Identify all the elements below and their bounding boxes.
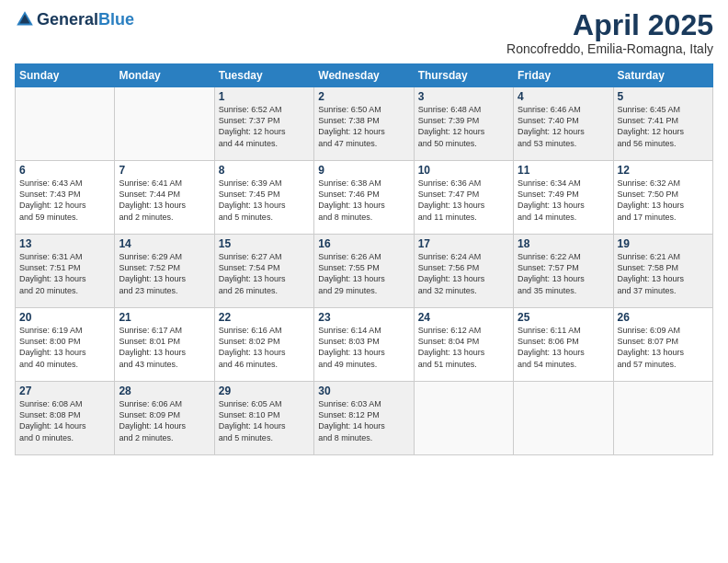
day-number: 25 [518, 311, 609, 324]
day-number: 28 [119, 385, 210, 397]
table-row [613, 382, 712, 455]
day-info: Sunrise: 6:43 AM Sunset: 7:43 PM Dayligh… [19, 178, 110, 223]
day-info: Sunrise: 6:48 AM Sunset: 7:39 PM Dayligh… [418, 104, 509, 149]
day-number: 26 [618, 311, 709, 324]
day-info: Sunrise: 6:14 AM Sunset: 8:03 PM Dayligh… [318, 325, 409, 370]
table-row: 2Sunrise: 6:50 AM Sunset: 7:38 PM Daylig… [314, 87, 414, 161]
day-number: 19 [618, 237, 709, 250]
table-row: 13Sunrise: 6:31 AM Sunset: 7:51 PM Dayli… [16, 235, 115, 308]
day-info: Sunrise: 6:17 AM Sunset: 8:01 PM Dayligh… [119, 325, 210, 370]
day-number: 7 [119, 164, 210, 177]
day-info: Sunrise: 6:24 AM Sunset: 7:56 PM Dayligh… [418, 251, 509, 296]
table-row: 23Sunrise: 6:14 AM Sunset: 8:03 PM Dayli… [314, 308, 414, 382]
table-row: 26Sunrise: 6:09 AM Sunset: 8:07 PM Dayli… [613, 308, 712, 382]
table-row: 7Sunrise: 6:41 AM Sunset: 7:44 PM Daylig… [115, 161, 214, 235]
day-number: 13 [19, 237, 110, 250]
day-info: Sunrise: 6:06 AM Sunset: 8:09 PM Dayligh… [119, 398, 210, 443]
table-row: 27Sunrise: 6:08 AM Sunset: 8:08 PM Dayli… [16, 382, 115, 455]
calendar-week-row: 27Sunrise: 6:08 AM Sunset: 8:08 PM Dayli… [16, 382, 713, 455]
day-number: 1 [219, 90, 310, 103]
table-row: 29Sunrise: 6:05 AM Sunset: 8:10 PM Dayli… [214, 382, 313, 455]
day-number: 5 [618, 90, 709, 103]
day-number: 10 [418, 164, 509, 177]
table-row: 22Sunrise: 6:16 AM Sunset: 8:02 PM Dayli… [214, 308, 313, 382]
table-row: 18Sunrise: 6:22 AM Sunset: 7:57 PM Dayli… [514, 235, 613, 308]
day-info: Sunrise: 6:34 AM Sunset: 7:49 PM Dayligh… [518, 178, 609, 223]
table-row: 1Sunrise: 6:52 AM Sunset: 7:37 PM Daylig… [214, 87, 313, 161]
table-row: 6Sunrise: 6:43 AM Sunset: 7:43 PM Daylig… [16, 161, 115, 235]
logo-blue: Blue [98, 11, 134, 28]
day-number: 17 [418, 237, 509, 250]
day-info: Sunrise: 6:12 AM Sunset: 8:04 PM Dayligh… [418, 325, 509, 370]
day-info: Sunrise: 6:29 AM Sunset: 7:52 PM Dayligh… [119, 251, 210, 296]
table-row: 4Sunrise: 6:46 AM Sunset: 7:40 PM Daylig… [514, 87, 613, 161]
table-row: 20Sunrise: 6:19 AM Sunset: 8:00 PM Dayli… [16, 308, 115, 382]
day-number: 2 [318, 90, 409, 103]
calendar-table: Sunday Monday Tuesday Wednesday Thursday… [15, 63, 713, 455]
day-number: 29 [219, 385, 310, 397]
table-row: 15Sunrise: 6:27 AM Sunset: 7:54 PM Dayli… [214, 235, 313, 308]
day-info: Sunrise: 6:27 AM Sunset: 7:54 PM Dayligh… [219, 251, 310, 296]
header-friday: Friday [514, 64, 613, 87]
table-row [414, 382, 513, 455]
day-info: Sunrise: 6:09 AM Sunset: 8:07 PM Dayligh… [618, 325, 709, 370]
day-info: Sunrise: 6:41 AM Sunset: 7:44 PM Dayligh… [119, 178, 210, 223]
day-number: 3 [418, 90, 509, 103]
day-number: 16 [318, 237, 409, 250]
day-number: 14 [119, 237, 210, 250]
header: GeneralBlue April 2025 Roncofreddo, Emil… [15, 9, 713, 56]
table-row [115, 87, 214, 161]
calendar-title: April 2025 [506, 9, 713, 41]
table-row: 9Sunrise: 6:38 AM Sunset: 7:46 PM Daylig… [314, 161, 414, 235]
table-row: 5Sunrise: 6:45 AM Sunset: 7:41 PM Daylig… [613, 87, 712, 161]
table-row: 12Sunrise: 6:32 AM Sunset: 7:50 PM Dayli… [613, 161, 712, 235]
day-number: 9 [318, 164, 409, 177]
calendar-week-row: 13Sunrise: 6:31 AM Sunset: 7:51 PM Dayli… [16, 235, 713, 308]
day-info: Sunrise: 6:46 AM Sunset: 7:40 PM Dayligh… [518, 104, 609, 149]
header-tuesday: Tuesday [214, 64, 313, 87]
day-info: Sunrise: 6:16 AM Sunset: 8:02 PM Dayligh… [219, 325, 310, 370]
calendar-week-row: 1Sunrise: 6:52 AM Sunset: 7:37 PM Daylig… [16, 87, 713, 161]
calendar-subtitle: Roncofreddo, Emilia-Romagna, Italy [506, 41, 713, 56]
header-sunday: Sunday [16, 64, 115, 87]
table-row: 30Sunrise: 6:03 AM Sunset: 8:12 PM Dayli… [314, 382, 414, 455]
table-row: 17Sunrise: 6:24 AM Sunset: 7:56 PM Dayli… [414, 235, 513, 308]
day-info: Sunrise: 6:52 AM Sunset: 7:37 PM Dayligh… [219, 104, 310, 149]
day-info: Sunrise: 6:11 AM Sunset: 8:06 PM Dayligh… [518, 325, 609, 370]
header-monday: Monday [115, 64, 214, 87]
day-info: Sunrise: 6:26 AM Sunset: 7:55 PM Dayligh… [318, 251, 409, 296]
table-row: 24Sunrise: 6:12 AM Sunset: 8:04 PM Dayli… [414, 308, 513, 382]
calendar-week-row: 20Sunrise: 6:19 AM Sunset: 8:00 PM Dayli… [16, 308, 713, 382]
table-row: 25Sunrise: 6:11 AM Sunset: 8:06 PM Dayli… [514, 308, 613, 382]
day-number: 21 [119, 311, 210, 324]
header-wednesday: Wednesday [314, 64, 414, 87]
table-row: 16Sunrise: 6:26 AM Sunset: 7:55 PM Dayli… [314, 235, 414, 308]
day-info: Sunrise: 6:03 AM Sunset: 8:12 PM Dayligh… [318, 398, 409, 443]
table-row: 28Sunrise: 6:06 AM Sunset: 8:09 PM Dayli… [115, 382, 214, 455]
day-number: 23 [318, 311, 409, 324]
table-row: 19Sunrise: 6:21 AM Sunset: 7:58 PM Dayli… [613, 235, 712, 308]
day-number: 4 [518, 90, 609, 103]
day-number: 20 [19, 311, 110, 324]
table-row [16, 87, 115, 161]
header-thursday: Thursday [414, 64, 513, 87]
day-info: Sunrise: 6:19 AM Sunset: 8:00 PM Dayligh… [19, 325, 110, 370]
day-number: 6 [19, 164, 110, 177]
day-info: Sunrise: 6:50 AM Sunset: 7:38 PM Dayligh… [318, 104, 409, 149]
day-number: 24 [418, 311, 509, 324]
day-info: Sunrise: 6:32 AM Sunset: 7:50 PM Dayligh… [618, 178, 709, 223]
day-number: 22 [219, 311, 310, 324]
day-number: 12 [618, 164, 709, 177]
table-row: 11Sunrise: 6:34 AM Sunset: 7:49 PM Dayli… [514, 161, 613, 235]
day-info: Sunrise: 6:08 AM Sunset: 8:08 PM Dayligh… [19, 398, 110, 443]
day-number: 30 [318, 385, 409, 397]
table-row: 3Sunrise: 6:48 AM Sunset: 7:39 PM Daylig… [414, 87, 513, 161]
table-row [514, 382, 613, 455]
day-number: 27 [19, 385, 110, 397]
day-info: Sunrise: 6:39 AM Sunset: 7:45 PM Dayligh… [219, 178, 310, 223]
header-saturday: Saturday [613, 64, 712, 87]
day-info: Sunrise: 6:22 AM Sunset: 7:57 PM Dayligh… [518, 251, 609, 296]
logo-icon [15, 9, 35, 29]
day-info: Sunrise: 6:38 AM Sunset: 7:46 PM Dayligh… [318, 178, 409, 223]
day-number: 8 [219, 164, 310, 177]
